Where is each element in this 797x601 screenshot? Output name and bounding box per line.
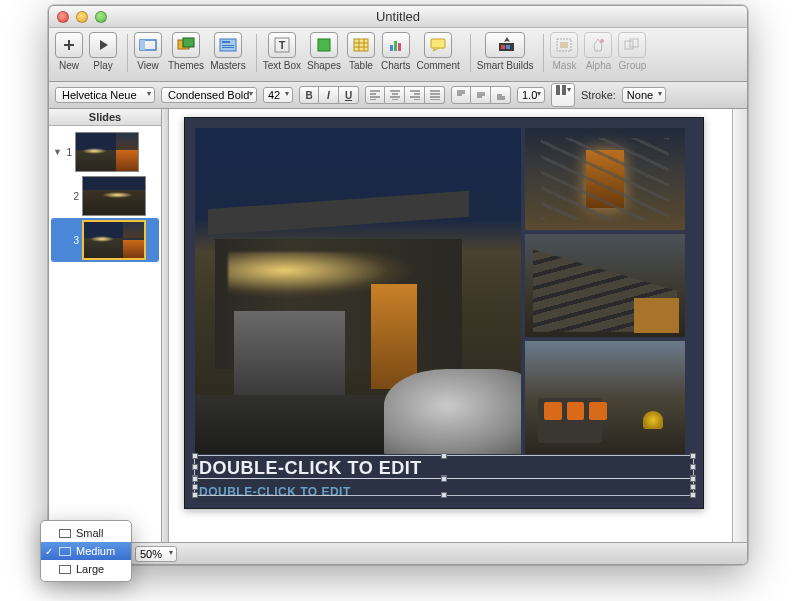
- align-right-icon: [406, 86, 424, 104]
- align-left-icon: [366, 86, 384, 104]
- photo-main[interactable]: [195, 128, 521, 454]
- play-icon: [94, 36, 112, 54]
- zoom-button[interactable]: [95, 11, 107, 23]
- underline-button[interactable]: U: [339, 86, 359, 104]
- font-dropdown[interactable]: Helvetica Neue: [55, 87, 155, 103]
- font-size-dropdown[interactable]: 42: [263, 87, 293, 103]
- align-justify-icon: [426, 86, 444, 104]
- group-icon: [623, 36, 641, 54]
- smartbuilds-icon: [496, 36, 514, 54]
- tool-textbox[interactable]: T Text Box: [263, 32, 301, 71]
- slides-list[interactable]: ▼ 1 2 3: [49, 126, 161, 542]
- thumbnail-icon: [59, 529, 71, 538]
- thumbnail-icon: [59, 565, 71, 574]
- slide-row[interactable]: 3: [51, 218, 159, 262]
- slide-thumbnail[interactable]: [82, 220, 146, 260]
- tool-shapes[interactable]: Shapes: [307, 32, 341, 71]
- valign-top-button[interactable]: [451, 86, 471, 104]
- slide-canvas[interactable]: DOUBLE-CLICK TO EDIT DOUBLE-CLICK TO EDI…: [184, 117, 704, 509]
- align-left-button[interactable]: [365, 86, 385, 104]
- popup-item-small[interactable]: Small: [41, 524, 131, 542]
- close-button[interactable]: [57, 11, 69, 23]
- vertical-scrollbar[interactable]: [732, 109, 747, 542]
- slide-number: 3: [71, 235, 79, 246]
- bold-button[interactable]: B: [299, 86, 319, 104]
- svg-rect-24: [556, 85, 560, 95]
- svg-rect-6: [222, 45, 234, 46]
- svg-rect-20: [560, 42, 568, 48]
- shapes-icon: [315, 36, 333, 54]
- slide-number: 1: [64, 147, 72, 158]
- toolbar: New Play View Themes Masters T Text Box …: [49, 28, 747, 82]
- canvas-area[interactable]: DOUBLE-CLICK TO EDIT DOUBLE-CLICK TO EDI…: [169, 109, 747, 542]
- thumbnail-size-popup: Small ✓ Medium Large: [40, 520, 132, 582]
- valign-middle-button[interactable]: [471, 86, 491, 104]
- tool-group: Group: [618, 32, 646, 71]
- tool-comment[interactable]: Comment: [416, 32, 459, 71]
- tool-themes[interactable]: Themes: [168, 32, 204, 71]
- tool-view[interactable]: View: [134, 32, 162, 71]
- tool-smartbuilds[interactable]: Smart Builds: [477, 32, 534, 71]
- tool-alpha: Alpha: [584, 32, 612, 71]
- svg-rect-11: [354, 39, 368, 51]
- svg-rect-25: [562, 85, 566, 95]
- splitter[interactable]: [162, 109, 169, 542]
- separator: [470, 34, 471, 72]
- line-spacing-dropdown[interactable]: 1.0: [517, 87, 545, 103]
- tool-new[interactable]: New: [55, 32, 83, 71]
- stroke-style-dropdown[interactable]: None: [622, 87, 666, 103]
- tool-charts[interactable]: Charts: [381, 32, 410, 71]
- align-justify-button[interactable]: [425, 86, 445, 104]
- popup-item-medium[interactable]: ✓ Medium: [41, 542, 131, 560]
- slide-row[interactable]: ▼ 1: [51, 130, 159, 174]
- title-textbox[interactable]: DOUBLE-CLICK TO EDIT: [195, 456, 693, 481]
- tool-table[interactable]: Table: [347, 32, 375, 71]
- svg-rect-15: [431, 39, 445, 48]
- masters-icon: [219, 36, 237, 54]
- svg-rect-23: [630, 39, 638, 47]
- photo-mid-right[interactable]: [525, 234, 685, 337]
- svg-rect-22: [625, 41, 633, 49]
- titlebar[interactable]: Untitled: [49, 6, 747, 28]
- slide-row[interactable]: 2: [51, 174, 159, 218]
- columns-dropdown[interactable]: [551, 83, 575, 107]
- format-bar: Helvetica Neue Condensed Bold 42 B I U 1…: [49, 82, 747, 109]
- svg-rect-12: [390, 45, 393, 51]
- subtitle-textbox[interactable]: DOUBLE-CLICK TO EDIT: [195, 480, 693, 502]
- check-icon: ✓: [45, 546, 53, 557]
- popup-item-large[interactable]: Large: [41, 560, 131, 578]
- italic-button[interactable]: I: [319, 86, 339, 104]
- separator: [256, 34, 257, 72]
- valign-bottom-button[interactable]: [491, 86, 511, 104]
- v-align-group: [451, 86, 511, 104]
- svg-rect-3: [183, 38, 194, 47]
- svg-rect-13: [394, 41, 397, 51]
- textbox-icon: T: [273, 36, 291, 54]
- slide-thumbnail[interactable]: [75, 132, 139, 172]
- sidebar: Slides ▼ 1 2 3: [49, 109, 162, 542]
- slide-thumbnail[interactable]: [82, 176, 146, 216]
- align-center-icon: [386, 86, 404, 104]
- svg-rect-18: [506, 45, 510, 49]
- minimize-button[interactable]: [76, 11, 88, 23]
- valign-middle-icon: [472, 86, 490, 104]
- photo-bottom-right[interactable]: [525, 341, 685, 454]
- title-placeholder: DOUBLE-CLICK TO EDIT: [199, 458, 422, 478]
- comment-icon: [429, 36, 447, 54]
- zoom-dropdown[interactable]: 50%: [135, 546, 177, 562]
- font-style-dropdown[interactable]: Condensed Bold: [161, 87, 257, 103]
- align-right-button[interactable]: [405, 86, 425, 104]
- tool-masters[interactable]: Masters: [210, 32, 246, 71]
- content-area: Slides ▼ 1 2 3: [49, 109, 747, 542]
- window-title: Untitled: [49, 9, 747, 24]
- disclosure-triangle-icon[interactable]: ▼: [53, 147, 61, 157]
- svg-rect-10: [318, 39, 330, 51]
- svg-rect-7: [222, 47, 234, 48]
- thumbnail-icon: [59, 547, 71, 556]
- svg-rect-5: [222, 41, 230, 43]
- align-center-button[interactable]: [385, 86, 405, 104]
- slide-number: 2: [71, 191, 79, 202]
- tool-play[interactable]: Play: [89, 32, 117, 71]
- photo-top-right[interactable]: [525, 128, 685, 230]
- svg-rect-1: [140, 40, 145, 50]
